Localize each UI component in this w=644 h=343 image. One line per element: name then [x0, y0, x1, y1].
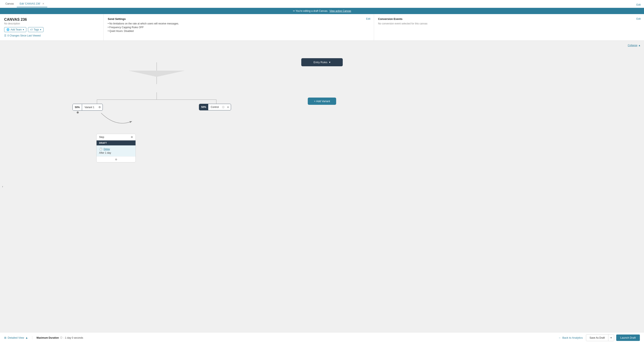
draft-banner: ✏ You're editing a draft Canvas. View ac…	[0, 8, 644, 14]
variant1-node[interactable]: 50% Variant 1 ⚙	[72, 104, 103, 111]
conversion-events-panel: Edit Conversion Events No conversion eve…	[374, 14, 644, 40]
save-draft-group: Save As Draft ▾	[586, 334, 614, 341]
tags-button[interactable]: 🏷 Tags ▾	[28, 27, 44, 32]
tab-bar: Canvas Edit 'CANVAS 236' ✕	[0, 0, 644, 8]
step-add-icon[interactable]: ⊕	[96, 156, 136, 162]
conversion-events-title: Conversion Events	[378, 17, 640, 20]
step-gear-icon[interactable]: ⚙	[131, 136, 133, 139]
add-variant-node[interactable]: + Add Variant	[308, 98, 336, 105]
draft-banner-message: You're editing a draft Canvas.	[296, 9, 328, 12]
collapse-chevron-icon: ▲	[638, 44, 641, 47]
variant1-gear-icon[interactable]: ⚙	[97, 104, 102, 110]
conversion-events-description: No conversion event selected for this ca…	[378, 22, 640, 25]
variant1-name: Variant 1	[82, 104, 97, 110]
svg-marker-1	[128, 71, 185, 77]
canvas-edit-button[interactable]: Edit	[636, 3, 641, 6]
control-node[interactable]: 50% Control ⓘ ✕	[199, 104, 231, 110]
tab-edit-canvas[interactable]: Edit 'CANVAS 236' ✕	[17, 0, 48, 7]
add-team-chevron-icon: ▾	[23, 28, 24, 31]
delay-clock-icon: 🕐	[99, 147, 102, 151]
delay-row: 🕐 Delay	[99, 147, 133, 151]
globe-icon: 🌐	[6, 28, 10, 31]
collapse-button[interactable]: Collapse ▲	[628, 44, 641, 47]
canvas-actions: 🌐 Add Team ▾ 🏷 Tags ▾	[4, 27, 99, 32]
list-icon: ☰	[4, 34, 6, 37]
send-settings-item: No limitations on the rate at which user…	[108, 22, 370, 25]
max-duration-section: Maximum Duration ⓘ : 1 day 0 seconds	[32, 336, 558, 339]
step-header: Step ⚙	[96, 134, 136, 140]
canvas-area: › Collapse ▲	[0, 41, 644, 332]
variant1-dot	[77, 111, 79, 113]
launch-draft-button[interactable]: Launch Draft	[616, 335, 640, 341]
changes-since-viewed[interactable]: ☰ 0 Changes Since Last Viewed	[4, 34, 99, 37]
delay-after-text: After 1 day	[99, 151, 133, 154]
max-duration-value: : 1 day 0 seconds	[64, 336, 83, 339]
detailed-view-button[interactable]: ⊞ Detailed View ▲	[4, 336, 32, 339]
step-card: Step ⚙ DRAFT 🕐 Delay After 1 day ⊕	[96, 134, 136, 162]
step-delay-area: 🕐 Delay After 1 day	[96, 145, 136, 156]
tab-canvas[interactable]: Canvas	[2, 0, 17, 7]
conversion-events-edit-button[interactable]: Edit	[636, 17, 641, 20]
send-settings-list: No limitations on the rate at which user…	[108, 22, 370, 32]
tag-icon: 🏷	[30, 28, 33, 31]
entry-rules-chevron-icon: ▾	[329, 61, 330, 64]
header-section: Edit CANVAS 236 No description 🌐 Add Tea…	[0, 14, 644, 41]
view-active-canvas-link[interactable]: View active Canvas	[330, 9, 351, 12]
variant1-percent: 50%	[73, 104, 82, 110]
back-arrow-icon: ←	[558, 336, 561, 339]
step-draft-badge: DRAFT	[96, 140, 136, 145]
canvas-title: CANVAS 236	[4, 17, 99, 22]
max-duration-label: Maximum Duration	[36, 336, 59, 339]
delay-label[interactable]: Delay	[104, 148, 110, 151]
step-title: Step	[99, 136, 104, 139]
tab-close-icon[interactable]: ✕	[42, 2, 44, 5]
control-info-icon[interactable]: ⓘ	[221, 105, 225, 110]
add-team-button[interactable]: 🌐 Add Team ▾	[4, 27, 26, 32]
save-as-draft-button[interactable]: Save As Draft	[586, 335, 608, 341]
bottom-bar: ⊞ Detailed View ▲ Maximum Duration ⓘ : 1…	[0, 332, 644, 343]
send-settings-item: Quiet Hours: Disabled	[108, 30, 370, 32]
entry-rules-node[interactable]: Entry Rules ▾	[301, 58, 343, 66]
send-settings-edit-button[interactable]: Edit	[366, 17, 370, 20]
max-duration-info-icon[interactable]: ⓘ	[60, 336, 62, 339]
canvas-description: No description	[4, 22, 99, 25]
send-settings-title: Send Settings	[108, 17, 370, 20]
control-percent: 50%	[199, 104, 208, 110]
pencil-icon: ✏	[293, 9, 295, 12]
control-name: Control	[208, 104, 221, 110]
canvas-info-panel: Edit CANVAS 236 No description 🌐 Add Tea…	[0, 14, 104, 40]
save-draft-dropdown-button[interactable]: ▾	[608, 335, 614, 341]
save-dropdown-chevron-icon: ▾	[610, 336, 612, 339]
control-close-icon[interactable]: ✕	[225, 105, 231, 110]
expand-toggle-icon[interactable]: ›	[2, 185, 3, 188]
back-to-analytics-button[interactable]: ← Back to Analytics	[558, 336, 583, 339]
canvas-flow: Entry Rules ▾ + Add Variant 50% Variant …	[0, 41, 644, 332]
send-settings-item: Frequency Capping Rules OFF	[108, 26, 370, 29]
tags-chevron-icon: ▾	[40, 28, 41, 31]
detailed-view-icon: ⊞	[4, 336, 6, 339]
detailed-view-chevron-icon: ▲	[25, 336, 28, 339]
send-settings-panel: Edit Send Settings No limitations on the…	[104, 14, 374, 40]
